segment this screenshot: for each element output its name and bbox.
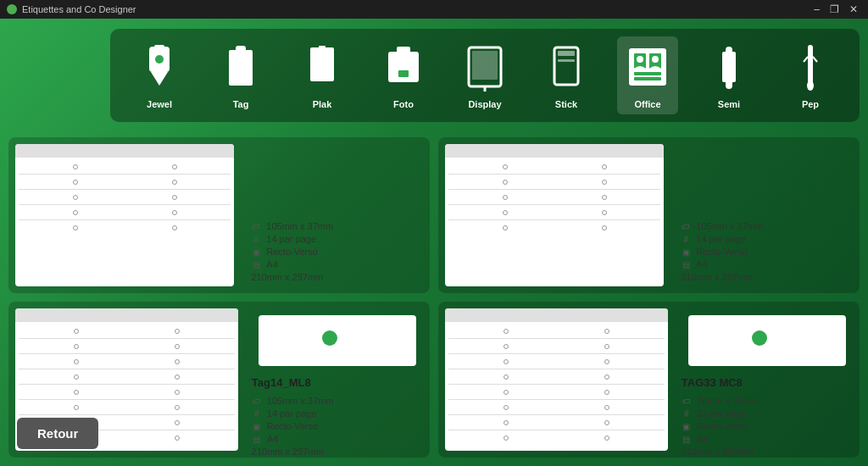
preview-box-bottom-left	[259, 315, 416, 366]
label-row	[19, 339, 235, 354]
svg-rect-20	[634, 77, 661, 80]
label-dot	[604, 329, 609, 334]
label-dot	[604, 420, 609, 425]
display-label: Display	[468, 99, 501, 109]
dim-line: 210mm x 297mm	[681, 272, 849, 282]
count-line: # 14 par page	[251, 234, 420, 244]
label-dot	[74, 405, 79, 410]
svg-point-21	[637, 56, 643, 63]
svg-rect-8	[397, 47, 410, 53]
format-icon: ▤	[251, 259, 261, 269]
label-row	[448, 415, 665, 430]
label-dot	[73, 180, 78, 185]
label-row	[19, 159, 231, 175]
label-row	[448, 220, 660, 236]
label-dot	[602, 195, 607, 200]
svg-rect-7	[388, 52, 419, 82]
close-button[interactable]: ✕	[846, 4, 861, 14]
foto-label: Foto	[393, 99, 414, 109]
tag-info-icon: 🏷	[252, 396, 262, 406]
dim-line: 210mm x 297mm	[251, 272, 420, 282]
nav-item-pep[interactable]: Pep	[780, 36, 841, 114]
semi-icon	[707, 42, 751, 94]
nav-item-stick[interactable]: Stick	[536, 36, 597, 114]
label-row	[448, 369, 665, 385]
format-icon: ▤	[682, 434, 692, 444]
card-top-right[interactable]: 🏷 105mm x 37mm # 14 par page ▣ Recto-Ver…	[438, 137, 860, 293]
format-icon: ▤	[681, 259, 691, 269]
label-dot	[73, 195, 78, 200]
nav-item-semi[interactable]: Semi	[698, 36, 760, 114]
label-dot	[175, 374, 180, 380]
restore-button[interactable]: ❐	[826, 4, 843, 14]
card-size: 105mm x 37mm	[266, 221, 333, 231]
semi-label: Semi	[718, 99, 740, 109]
label-dot	[602, 210, 607, 215]
nav-item-tag[interactable]: Tag	[210, 36, 271, 114]
nav-item-display[interactable]: Display	[454, 36, 515, 114]
label-row	[19, 369, 235, 385]
tag-info-icon: 🏷	[251, 221, 261, 231]
page-icon: ▣	[251, 247, 261, 257]
sheet-rows	[445, 158, 664, 237]
card-count: 33 par page	[697, 408, 747, 419]
office-label: Office	[634, 99, 660, 109]
label-dot	[74, 390, 79, 395]
card-count: 14 par page	[267, 408, 317, 419]
label-dot	[175, 329, 180, 334]
nav-item-office[interactable]: Office	[617, 36, 678, 114]
label-dot	[175, 420, 180, 425]
card-size: 70mm x 25mm	[697, 396, 759, 406]
app-title: Etiquettes and Co Designer	[22, 4, 136, 14]
svg-rect-4	[236, 46, 246, 53]
format-icon: ▤	[252, 434, 262, 444]
label-row	[448, 354, 665, 369]
card-side: Recto-Verso	[697, 421, 748, 431]
label-dot	[504, 405, 509, 410]
label-dot	[175, 435, 180, 441]
svg-rect-5	[310, 47, 334, 81]
card-info-top-left: 🏷 105mm x 37mm # 14 par page ▣ Recto-Ver…	[241, 137, 430, 293]
nav-item-plak[interactable]: Plak	[292, 36, 353, 114]
card-top-left[interactable]: 🏷 105mm x 37mm # 14 par page ▣ Recto-Ver…	[8, 137, 430, 293]
green-dot-bottom-right	[752, 330, 767, 346]
label-dot	[73, 225, 78, 230]
nav-item-jewel[interactable]: Jewel	[129, 36, 190, 114]
label-sheet-top-left	[15, 144, 234, 286]
size-line: 🏷 105mm x 37mm	[252, 396, 423, 406]
card-side: Recto-Verso	[696, 247, 748, 257]
count-line: # 33 par page	[682, 408, 853, 419]
label-row	[448, 205, 660, 220]
label-dot	[74, 329, 79, 334]
retour-button[interactable]: Retour	[17, 418, 98, 449]
minimize-button[interactable]: –	[810, 4, 823, 14]
label-row	[448, 400, 665, 415]
label-dot	[604, 390, 609, 395]
label-dot	[604, 359, 609, 364]
nav-item-foto[interactable]: Foto	[373, 36, 434, 114]
svg-rect-25	[808, 45, 813, 84]
label-dot	[504, 329, 509, 334]
display-icon	[463, 42, 507, 94]
card-bottom-right[interactable]: TAG33 MC8 🏷 70mm x 25mm # 33 par page ▣ …	[438, 302, 860, 458]
label-row	[19, 354, 235, 369]
jewel-label: Jewel	[147, 99, 172, 109]
jewel-icon	[137, 42, 181, 94]
hash-icon: #	[681, 234, 691, 244]
app-icon	[7, 4, 17, 14]
label-row	[19, 220, 231, 236]
label-dot	[504, 374, 509, 380]
label-row	[19, 385, 235, 400]
tag-icon	[219, 42, 263, 94]
card-format: A4	[266, 259, 277, 269]
svg-rect-14	[558, 51, 575, 56]
label-dot	[73, 210, 78, 215]
plak-icon	[300, 42, 344, 94]
svg-rect-6	[319, 46, 326, 51]
dim-line: 210mm x 297mm	[252, 447, 423, 457]
label-row	[19, 324, 235, 339]
count-line: # 14 par page	[681, 234, 849, 244]
size-line: 🏷 105mm x 37mm	[251, 221, 420, 231]
label-dot	[172, 210, 177, 215]
card-dim: 210mm x 297mm	[682, 447, 754, 457]
